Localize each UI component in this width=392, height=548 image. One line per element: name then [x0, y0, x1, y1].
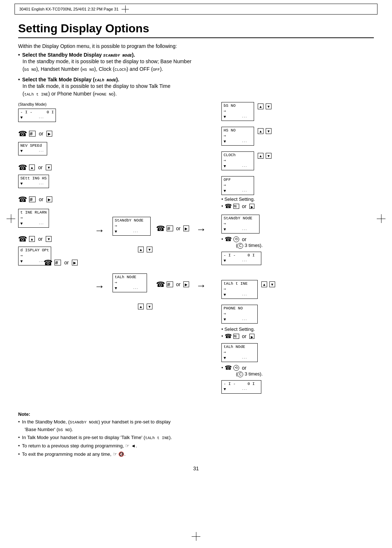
handset-icon-3: ☎	[18, 195, 27, 204]
updown-hsno: ▲ ▼	[258, 128, 271, 134]
or-text-mid2: or	[176, 281, 180, 287]
or-text-1: or	[39, 131, 43, 137]
bullet-heading-2: • Select the Talk Mode Display (tALh NOd…	[18, 77, 374, 82]
lcd-time-alarm: t INE RLARN ⇒ ▼ ···	[18, 209, 49, 228]
lcd-new-speed: NEV SPEEd ▼ ···	[18, 142, 47, 155]
diagram-area: (Standby Mode) - I - 0 I ▼ ··· ☎ ≡ or ▶ …	[18, 102, 367, 403]
down-hsno: ▼	[266, 128, 271, 134]
lcd-standby-right: StANdbY NOdE ⇒ ▼ ···	[221, 215, 260, 234]
down-cloch: ▼	[266, 153, 271, 159]
up-btn-talk: ▲	[138, 304, 144, 309]
note-label: Note:	[18, 411, 374, 418]
menu-icon-3: ≡	[54, 260, 61, 265]
bullet-heading-1: • Select the Standby Mode Display StANdb…	[18, 52, 374, 58]
step5-nav: ☎ ≡ or ▶	[44, 258, 78, 267]
or-text-5: or	[64, 260, 69, 265]
up-btn-standby: ▲	[138, 247, 144, 252]
header-crosshair	[122, 5, 129, 13]
lcd-cloch: CLOCh ⇒ ▼ ···	[221, 151, 254, 170]
lcd-talk-mode: tALh NOdE ⇒ ▼ ···	[113, 273, 147, 292]
up-talk-time: ▲	[261, 281, 267, 287]
note-item-4: • To exit the programming mode at any ti…	[18, 451, 374, 458]
intro-text: Within the Display Option menu, it is po…	[18, 43, 374, 49]
c-3times-standby: • ☎ ⟲ or (C 3 times).	[221, 236, 263, 249]
arrow-to-right1: →	[196, 224, 206, 235]
arrow-down-1: ▼	[46, 165, 52, 170]
menu-icon-1: ≡	[29, 131, 36, 137]
step-mid2-nav: ☎ ≡ or ▶	[156, 280, 189, 289]
note-item-1: • In the Standby Mode, (StANdbY NOdE) yo…	[18, 418, 374, 434]
handset-icon-1: ☎	[18, 129, 27, 138]
arrow-to-mid1: →	[94, 225, 105, 236]
down-talk-time: ▼	[269, 281, 275, 287]
arrow-right-1: ▶	[46, 131, 52, 137]
select-setting-talk: • Select Setting. • ☎ ≡ or ▶	[221, 326, 255, 340]
up-hsno: ▲	[258, 128, 264, 134]
bottom-crosshair	[192, 532, 200, 541]
step1-nav: ☎ ≡ or ▶	[18, 129, 52, 138]
lcd-initial: - I - 0 I ▼ ···	[18, 109, 56, 122]
down-bsno: ▼	[266, 103, 271, 109]
or-text-3: or	[39, 196, 43, 202]
arrow-right-mid1: ▶	[183, 226, 189, 231]
arrow-down-2: ▼	[46, 236, 52, 242]
note-section: Note: • In the Standby Mode, (StANdbY NO…	[18, 411, 374, 458]
bullet-section-2: • Select the Talk Mode Display (tALh NOd…	[18, 77, 374, 98]
note-item-3: • To return to a previous step during pr…	[18, 442, 374, 450]
down-btn-talk: ▼	[147, 304, 152, 309]
header-bar: 30401 English KX-TCD700NL 25/4/01 2:32 P…	[15, 4, 377, 15]
left-crosshair	[7, 214, 15, 223]
lcd-off: OFF ⇒ ▼ ···	[221, 176, 254, 195]
bullet-heading-text-1: Select the Standby Mode Display StANdbY …	[22, 52, 135, 58]
up-cloch: ▲	[258, 153, 264, 159]
page-title: Setting Display Options	[18, 22, 374, 38]
lcd-hs-no: HS NO ⇒ ▼ ···	[221, 127, 254, 146]
right-crosshair	[377, 214, 385, 223]
updown-talk-time: ▲ ▼	[261, 281, 275, 287]
arrow-up-1: ▲	[29, 165, 35, 170]
handset-icon-4: ☎	[18, 235, 27, 243]
bullet-heading-text-2: Select the Talk Mode Display (tALh NOdE)…	[22, 77, 119, 82]
arrow-to-right2: →	[196, 280, 206, 292]
lcd-talk-mode-right: tALh NOdE ⇒ ▼ ···	[221, 343, 258, 362]
select-setting-standby: • Select Setting. • ☎ ≡ or ▶	[221, 196, 255, 210]
note-item-2: • In Talk Mode your handset is pre-set t…	[18, 434, 374, 442]
arrow-up-2: ▲	[29, 236, 35, 242]
lcd-standby-mode: StANdbY NOdE ⇒ ▼ ···	[113, 217, 151, 236]
handset-icon-2: ☎	[18, 163, 27, 172]
step-mid1-nav: ☎ ≡ or ▶	[156, 224, 189, 233]
main-content: Setting Display Options Within the Displ…	[0, 15, 392, 482]
or-text-4: or	[38, 236, 42, 242]
updown-bsno: ▲ ▼	[258, 103, 271, 109]
c-3times-talk: • ☎ ⟲ or (C 3 times).	[221, 364, 263, 377]
handset-icon-6: ☎	[156, 224, 165, 233]
page-container: 30401 English KX-TCD700NL 25/4/01 2:32 P…	[0, 4, 392, 548]
handset-icon-7: ☎	[156, 280, 165, 289]
lcd-dash-talk: - I - 0 I ▼ ···	[221, 380, 261, 394]
down-btn-standby: ▼	[147, 247, 152, 252]
lcd-talk-time: tALh t INE ⇒ ▼ ···	[221, 280, 258, 299]
menu-icon-4: ≡	[167, 226, 173, 231]
standby-mode-label: (Standby Mode)	[18, 102, 46, 106]
header-text: 30401 English KX-TCD700NL 25/4/01 2:32 P…	[19, 7, 119, 11]
lcd-phone-no: PHONE NO ⇒ ▼ ···	[221, 305, 258, 324]
step3-nav: ☎ ≡ or ▶	[18, 195, 52, 204]
arrow-right-3: ▶	[72, 260, 78, 265]
menu-icon-5: ≡	[167, 281, 173, 287]
or-text-2: or	[38, 165, 42, 170]
bullet-text-1: In the standby mode, it is possible to s…	[23, 58, 374, 73]
updown-cloch: ▲ ▼	[258, 153, 271, 159]
page-number: 31	[18, 466, 374, 471]
lcd-setting-hs: SEtt ING HS ▼ ···	[18, 175, 49, 188]
step4-nav: ☎ ▲ or ▼	[18, 235, 52, 243]
up-bsno: ▲	[258, 103, 264, 109]
arrow-right-2: ▶	[46, 196, 52, 202]
arrow-to-mid2: →	[94, 281, 105, 292]
lcd-dash-standby: - I - 0 I ▼ ···	[221, 252, 261, 265]
step2-nav: ☎ ▲ or ▼	[18, 163, 52, 172]
updown-nav-standby: ▲ ▼	[138, 247, 152, 252]
arrow-right-mid2: ▶	[183, 281, 189, 287]
bullet-section-1: • Select the Standby Mode Display StANdb…	[18, 52, 374, 73]
menu-icon-2: ≡	[29, 196, 36, 202]
bullet-text-2: In the talk mode, it is possible to set …	[23, 82, 374, 98]
